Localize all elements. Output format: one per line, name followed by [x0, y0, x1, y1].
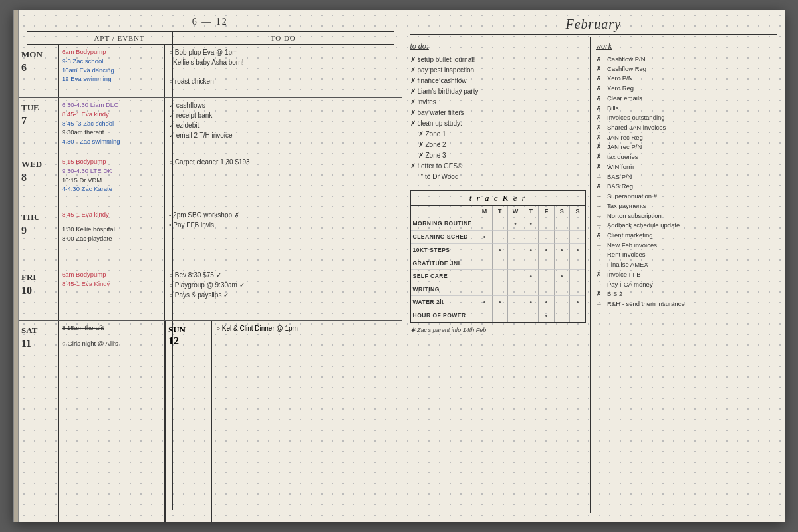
- sun-area: SUN 12 ○ Kel & Clint Dinner @ 1pm: [165, 321, 402, 522]
- mon-num: 6: [21, 61, 55, 75]
- tracker-title: t r a c K e r: [411, 191, 586, 206]
- right-columns: to do: ✗setup bullet journal! ✗pay pest …: [410, 37, 777, 513]
- wed-todos: ○ Carpet cleaner 1 30 $193: [165, 154, 402, 207]
- day-row-sat-sun: SAT 11 8:15am therafit ○ Girls night @ A…: [19, 321, 402, 522]
- todo-col-header: TO DO: [173, 32, 394, 45]
- todo-list: ✗setup bullet journal! ✗pay pest inspect…: [410, 55, 587, 182]
- sun-todos: ○ Kel & Clint Dinner @ 1pm: [212, 321, 402, 522]
- shared-jan-invoices: ✗Shared JAN invoices: [596, 123, 777, 133]
- day-row-fri: FRI 10 6am Bodypump 8:45-1 Eva Kindy ○ B…: [19, 267, 402, 321]
- tracker-section: t r a c K e r M T W T F S S MORNING ROUT…: [410, 190, 587, 323]
- day-row-wed: WED 8 5:15 Bodypump 9:30-4:30 LTE DK 10:…: [19, 154, 402, 207]
- mon-label: MON: [21, 49, 55, 61]
- page-right: February to do: ✗setup bullet journal! ✗…: [402, 10, 785, 522]
- tracker-grid: M T W T F S S MORNING ROUTINE • •: [411, 206, 586, 322]
- thu-apts: 8:45-1 Eva kindy 1:30 Kellie hospital 3:…: [59, 207, 165, 267]
- day-row-tue: TUE 7 6:30-4:30 Liam DLC 8:45-1 Eva kind…: [19, 98, 402, 154]
- mon-apts: 6am Bodypump 9-3 Zac school 10am Eva dan…: [59, 45, 165, 97]
- mon-todos: ○ Bob plup Eva @ 1pm - Kellie's baby Ash…: [165, 45, 402, 97]
- page-left: 6 — 12 APT / EVENT TO DO MON 6: [19, 10, 402, 522]
- todo-section-title: to do:: [410, 41, 587, 51]
- tue-apts: 6:30-4:30 Liam DLC 8:45-1 Eva kindy 8:45…: [59, 98, 165, 154]
- notebook: 6 — 12 APT / EVENT TO DO MON 6: [13, 10, 785, 522]
- tue-todos: ✓ cashflows ✓ receipt bank ✓ ezidebit ✓ …: [165, 98, 402, 154]
- fri-todos: ○ Bev 8:30 $75 ✓ ○ Playgroup @ 9:30am ✓ …: [165, 267, 402, 320]
- apt-col-header: APT / EVENT: [66, 32, 172, 45]
- right-page-header: February: [410, 17, 777, 35]
- left-page-header: 6 — 12: [27, 17, 394, 27]
- fri-apts: 6am Bodypump 8:45-1 Eva Kindy: [59, 267, 165, 320]
- work-list: ✗Cashflow P/N ✗Cashflow Reg ✗Xero P/N ✗X…: [596, 55, 777, 309]
- wed-apts: 5:15 Bodypump 9:30-4:30 LTE DK 10:15 Dr …: [59, 154, 165, 207]
- sat-apts: 8:15am therafit ○ Girls night @ Alli's: [59, 321, 165, 522]
- day-row-thu: THU 9 8:45-1 Eva kindy 1:30 Kellie hospi…: [19, 207, 402, 267]
- day-row-mon: MON 6 6am Bodypump 9-3 Zac school 10am E…: [19, 45, 402, 98]
- right-work-col: work ✗Cashflow P/N ✗Cashflow Reg ✗Xero P…: [591, 37, 777, 513]
- thu-todos: - 2pm SBO workshop ✗ • Pay FFB invis: [165, 207, 402, 267]
- spine: [13, 10, 19, 522]
- day-col-header: [27, 32, 66, 45]
- right-todo-tracker-col: to do: ✗setup bullet journal! ✗pay pest …: [410, 37, 591, 513]
- work-title: work: [596, 41, 777, 51]
- bottom-note: ✱ Zac's parent info 14th Feb: [410, 327, 587, 333]
